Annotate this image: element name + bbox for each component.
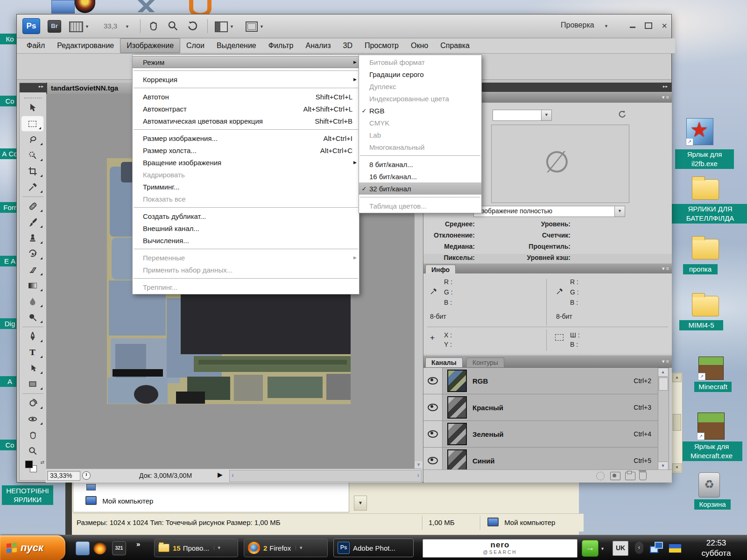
channel-row[interactable]: Красный Ctrl+3	[423, 394, 658, 421]
menu-item[interactable]: ✓ Размер холста... Alt+Ctrl+C ▶	[133, 144, 359, 156]
quick-selection-tool[interactable]	[20, 147, 45, 163]
info-panel-header[interactable]: Инфо ▾ ≡	[423, 263, 672, 274]
load-selection-icon[interactable]	[596, 472, 605, 480]
channel-row[interactable]: Зеленый Ctrl+4	[423, 421, 658, 448]
scroll-left-icon[interactable]: ‹	[232, 471, 234, 479]
scroll-thumb[interactable]	[659, 378, 668, 391]
search-go-button[interactable]: →	[582, 540, 599, 557]
show-desktop-icon[interactable]	[76, 541, 90, 555]
hand-tool-icon[interactable]	[148, 20, 159, 33]
menu-item[interactable]: ✓ Таблица цветов... ▶	[359, 200, 481, 212]
pen-tool[interactable]	[20, 329, 45, 344]
scroll-down-icon[interactable]: ▼	[415, 461, 423, 469]
rectangular-marquee-tool[interactable]	[21, 116, 44, 132]
address-dropdown-button[interactable]: ▼	[354, 496, 367, 511]
menu-item[interactable]: ✓ Применить набор данных... ▶	[133, 264, 359, 276]
launch-bridge-button[interactable]: Br	[48, 20, 61, 33]
il2-star-icon[interactable]: ★ ↗	[686, 118, 713, 145]
swap-colors-icon[interactable]: ⇄	[41, 460, 44, 465]
folder-icon[interactable]	[692, 239, 719, 259]
panel-menu-icon[interactable]: ▾ ≡	[662, 94, 669, 100]
close-button[interactable]: ×	[659, 21, 669, 30]
menu-item[interactable]: ✓ Дуплекс ▶	[359, 80, 481, 92]
menu-bar-item[interactable]: 3D	[337, 38, 358, 53]
tab-info[interactable]: Инфо	[425, 265, 456, 274]
minimize-button[interactable]	[627, 21, 638, 30]
menu-item[interactable]: ✓ Вычисления... ▶	[133, 234, 359, 246]
histogram-source-dropdown-icon[interactable]: ▼	[614, 206, 625, 217]
status-expand-icon[interactable]: ▶	[218, 471, 223, 478]
menu-item[interactable]: ✓ Коррекция ▶	[133, 73, 359, 85]
healing-brush-tool[interactable]	[20, 198, 45, 214]
crop-tool[interactable]	[20, 163, 45, 179]
shape-tool[interactable]	[20, 376, 45, 392]
menu-item[interactable]: ✓ Размер изображения... Alt+Ctrl+I ▶	[133, 132, 359, 144]
menu-item[interactable]: ✓ Lab ▶	[359, 129, 481, 141]
tray-collapse-icon[interactable]: ‹	[635, 542, 643, 554]
media-player-classic-icon[interactable]: 321	[112, 541, 126, 555]
menu-item[interactable]: ✓ Переменные ▶	[133, 252, 359, 264]
scroll-up-icon[interactable]: ▲	[672, 373, 682, 382]
canvas-horizontal-scrollbar[interactable]: ‹ ›	[229, 470, 422, 482]
taskbar-button-dropdown-icon[interactable]: ▼	[296, 546, 303, 550]
maximize-button[interactable]	[643, 21, 654, 30]
menu-bar-item[interactable]: Просмотр	[359, 38, 405, 53]
scroll-right-icon[interactable]: ›	[417, 471, 419, 479]
menu-item[interactable]: ✓ Кадрировать ▶	[133, 168, 359, 181]
menu-item[interactable]: ✓ Многоканальный ▶	[359, 141, 481, 153]
workspace-dropdown-icon[interactable]: ▼	[604, 24, 608, 28]
scroll-up-icon[interactable]: ▲	[658, 368, 668, 377]
panel-menu-icon[interactable]: ▾ ≡	[662, 358, 669, 364]
document-size-info[interactable]: Док: 3,00М/3,00М	[139, 472, 192, 479]
visibility-toggle[interactable]	[423, 448, 443, 469]
partial-desktop-icon-x[interactable]	[136, 0, 156, 12]
screen-mode-dropdown-icon[interactable]: ▼	[260, 24, 264, 29]
3d-orbit-tool[interactable]	[20, 411, 45, 427]
menu-bar-item[interactable]: Анализ	[299, 38, 337, 53]
folder-icon[interactable]	[692, 296, 719, 316]
partial-desktop-icon-round[interactable]	[75, 0, 95, 13]
zoom-tool[interactable]	[20, 443, 45, 459]
menu-item[interactable]: ✓ CMYK ▶	[359, 117, 481, 129]
scroll-down-icon[interactable]: ▼	[658, 462, 668, 470]
eyedropper-tool[interactable]	[20, 179, 45, 195]
history-brush-tool[interactable]	[20, 246, 45, 262]
quick-launch-overflow-icon[interactable]: »	[136, 540, 140, 548]
taskbar-button-dropdown-icon[interactable]: ▼	[214, 546, 221, 550]
desktop-label-unneeded-shortcuts[interactable]: НЕПОТРІБНІ ЯРЛИКИ	[2, 485, 53, 505]
menu-item[interactable]: ✓ Градации серого ▶	[359, 68, 481, 80]
color-swatches[interactable]: ⇄	[20, 459, 46, 477]
menu-item[interactable]: ✓ Треппинг... ▶	[133, 281, 359, 293]
panel-menu-icon[interactable]: ▾ ≡	[662, 266, 669, 272]
tab-channels[interactable]: Каналы	[425, 357, 463, 367]
gradient-tool[interactable]	[20, 278, 45, 294]
taskbar-clock[interactable]: 22:53 суббота	[690, 538, 742, 559]
brush-tool[interactable]	[20, 214, 45, 230]
menu-item[interactable]: ✓ 16 бит/канал... ▶	[359, 170, 481, 182]
channels-scrollbar[interactable]: ▲ ▼	[658, 368, 669, 470]
document-tab[interactable]: tandartSovietNN.tga	[47, 83, 140, 94]
start-button[interactable]: пуск	[0, 535, 65, 560]
eraser-tool[interactable]	[20, 262, 45, 278]
zoom-level-value[interactable]: 33,3	[104, 22, 117, 30]
menu-item[interactable]: ✓ Показать все ▶	[133, 193, 359, 205]
channel-row[interactable]: Синий Ctrl+5	[423, 448, 658, 469]
menu-item[interactable]: ✓ Внешний канал... ▶	[133, 222, 359, 234]
menu-bar-item[interactable]: Редактирование	[51, 38, 120, 53]
channels-panel-header[interactable]: Каналы Контуры ▾ ≡	[423, 355, 672, 368]
tools-grip[interactable]	[24, 94, 42, 98]
menu-item[interactable]: ✓ 8 бит/канал... ▶	[359, 158, 481, 170]
blur-tool[interactable]	[20, 294, 45, 309]
visibility-toggle[interactable]	[423, 421, 443, 447]
save-selection-icon[interactable]	[610, 472, 620, 480]
menu-item[interactable]: ✓ 32 бит/канал ▶	[359, 182, 481, 195]
menu-bar-item[interactable]: Окно	[405, 38, 434, 53]
lasso-tool[interactable]	[20, 132, 45, 147]
menu-item[interactable]: ✓ Вращение изображения ▶	[133, 156, 359, 168]
menu-bar-item[interactable]: Слои	[180, 38, 211, 53]
new-channel-icon[interactable]	[625, 472, 635, 480]
burn-tool[interactable]	[20, 309, 45, 325]
visibility-toggle[interactable]	[423, 368, 443, 394]
taskbar-window-button[interactable]: 15 Прово... ▼	[154, 539, 238, 557]
menu-item[interactable]: ✓ Создать дубликат... ▶	[133, 210, 359, 222]
